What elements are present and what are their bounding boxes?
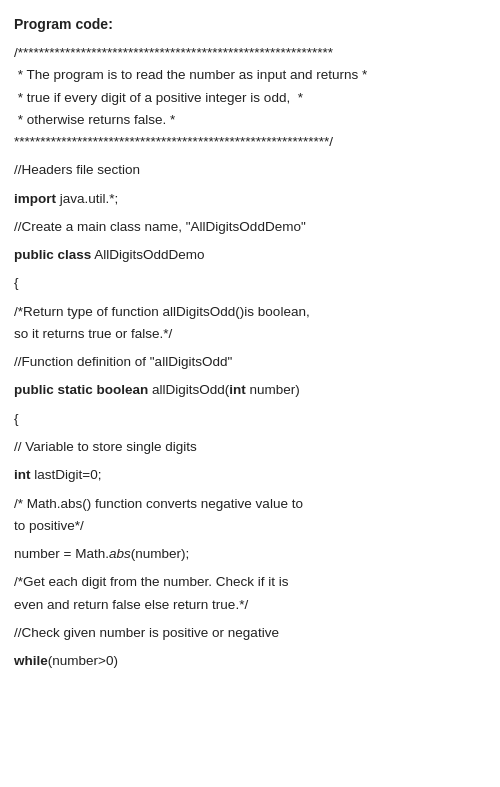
line-open-brace-2: { [14, 408, 486, 430]
line-mathabs-comment-2: to positive*/ [14, 515, 486, 537]
line-return-comment-2: so it returns true or false.*/ [14, 323, 486, 345]
line-variable-comment: // Variable to store single digits [14, 436, 486, 458]
keyword-public-class: public class [14, 247, 91, 262]
abs-args: (number); [131, 546, 190, 561]
line-return-comment-1: /*Return type of function allDigitsOdd()… [14, 301, 486, 323]
line-getdigit-comment-2: even and return false else return true.*… [14, 594, 486, 616]
keyword-int-param: int [229, 382, 246, 397]
line-while-stmt: while(number>0) [14, 650, 486, 672]
line-class-comment: //Create a main class name, "AllDigitsOd… [14, 216, 486, 238]
line-mathabs-comment-1: /* Math.abs() function converts negative… [14, 493, 486, 515]
number-assign: number = Math. [14, 546, 109, 561]
section-title: Program code: [14, 16, 486, 32]
while-condition: (number>0) [48, 653, 118, 668]
method-name: allDigitsOdd( [148, 382, 229, 397]
line-headers-comment: //Headers file section [14, 159, 486, 181]
line-getdigit-comment-1: /*Get each digit from the number. Check … [14, 571, 486, 593]
line-import: import java.util.*; [14, 188, 486, 210]
line-stars-1: /***************************************… [14, 42, 486, 64]
line-lastdigit-decl: int lastDigit=0; [14, 464, 486, 486]
import-rest: java.util.*; [56, 191, 118, 206]
keyword-import: import [14, 191, 56, 206]
keyword-while: while [14, 653, 48, 668]
param-name: number) [246, 382, 300, 397]
line-check-comment: //Check given number is positive or nega… [14, 622, 486, 644]
program-code-section: Program code: /*************************… [14, 16, 486, 672]
class-name: AllDigitsOddDemo [91, 247, 204, 262]
line-comment-3: * otherwise returns false. * [14, 109, 486, 131]
abs-method: abs [109, 546, 131, 561]
line-comment-1: * The program is to read the number as i… [14, 64, 486, 86]
line-comment-2: * true if every digit of a positive inte… [14, 87, 486, 109]
line-class-decl: public class AllDigitsOddDemo [14, 244, 486, 266]
keyword-public-static-boolean: public static boolean [14, 382, 148, 397]
line-func-comment: //Function definition of "allDigitsOdd" [14, 351, 486, 373]
line-method-signature: public static boolean allDigitsOdd(int n… [14, 379, 486, 401]
line-stars-2: ****************************************… [14, 131, 486, 153]
line-mathabs-call: number = Math.abs(number); [14, 543, 486, 565]
keyword-int-lastdigit: int [14, 467, 31, 482]
lastdigit-value: lastDigit=0; [31, 467, 102, 482]
code-block: /***************************************… [14, 42, 486, 672]
line-open-brace-1: { [14, 272, 486, 294]
